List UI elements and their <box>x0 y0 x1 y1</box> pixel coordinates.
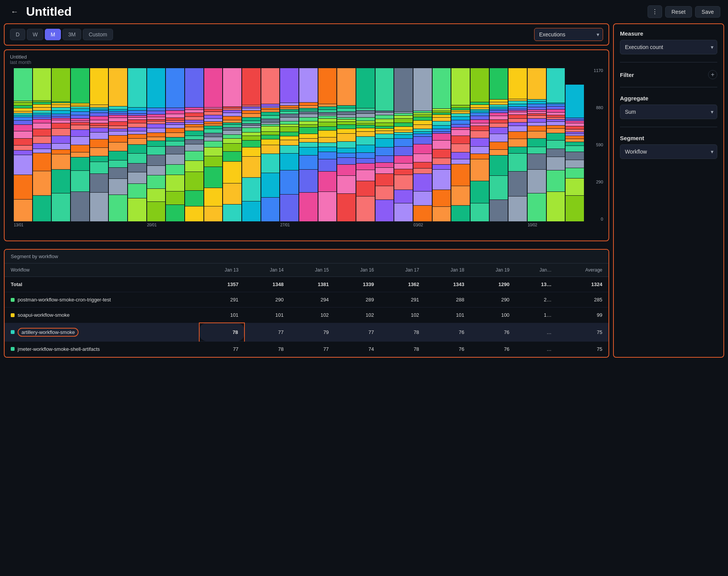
bar-column[interactable] <box>185 68 203 221</box>
bar-segment <box>33 108 51 110</box>
x-axis-label <box>242 223 261 227</box>
bar-segment <box>375 129 394 131</box>
bar-column[interactable] <box>33 68 51 221</box>
bar-column[interactable] <box>14 68 32 221</box>
bar-segment <box>451 112 470 113</box>
bar-segment <box>109 118 127 121</box>
bar-segment <box>490 109 508 110</box>
bar-column[interactable] <box>547 68 565 221</box>
bar-segment <box>375 115 394 119</box>
bar-column[interactable] <box>147 68 166 221</box>
table-row[interactable]: Total135713481381133913621343129013…1324 <box>5 277 608 292</box>
graph-sub2: last month <box>10 60 603 65</box>
row-value-cell: 290 <box>471 292 516 308</box>
bar-segment <box>185 144 203 151</box>
bar-segment <box>413 68 432 111</box>
bar-column[interactable] <box>413 68 432 221</box>
bar-segment <box>490 123 508 127</box>
row-value-cell: 291 <box>199 292 244 308</box>
bar-segment <box>280 154 298 170</box>
bar-segment <box>33 115 51 117</box>
bar-segment <box>547 119 565 122</box>
bar-column[interactable] <box>261 68 280 221</box>
segment-group: Segment Workflow <box>620 135 717 159</box>
add-filter-button[interactable]: + <box>708 70 717 79</box>
bar-column[interactable] <box>52 68 70 221</box>
bar-column[interactable] <box>528 68 546 221</box>
row-label-cell: Total <box>5 277 199 292</box>
save-button[interactable]: Save <box>695 6 720 18</box>
bar-segment <box>90 105 108 107</box>
bar-column[interactable] <box>71 68 89 221</box>
bar-column[interactable] <box>451 68 470 221</box>
bar-segment <box>375 68 394 111</box>
bar-column[interactable] <box>337 68 356 221</box>
table-row[interactable]: soapui-workflow-smoke1011011021021021011… <box>5 308 608 323</box>
aggregate-select[interactable]: Sum <box>620 105 717 119</box>
bar-column[interactable] <box>508 68 527 221</box>
bar-segment <box>413 113 432 115</box>
bar-column[interactable] <box>433 68 451 221</box>
bar-column[interactable] <box>280 68 298 221</box>
bar-column[interactable] <box>375 68 394 221</box>
period-w[interactable]: W <box>27 29 43 40</box>
bar-column[interactable] <box>128 68 146 221</box>
bar-column[interactable] <box>242 68 261 221</box>
color-indicator <box>11 347 15 351</box>
period-m[interactable]: M <box>45 29 61 40</box>
table-row[interactable]: artillery-workflow-smoke78777977787676…7… <box>5 323 608 341</box>
bar-segment <box>566 146 584 152</box>
bar-segment <box>128 198 146 221</box>
header-left: ← Untitled <box>8 5 72 19</box>
bar-segment <box>204 137 223 141</box>
back-button[interactable]: ← <box>8 6 21 18</box>
bar-segment <box>394 190 413 203</box>
analysis-select[interactable]: Executions <box>534 28 603 41</box>
table-row[interactable]: jmeter-workflow-smoke-shell-artifacts777… <box>5 341 608 357</box>
measure-select[interactable]: Execution count <box>620 40 717 54</box>
bar-column[interactable] <box>109 68 127 221</box>
row-value-cell: 75 <box>557 341 608 357</box>
period-selector: D W M 3M Custom <box>10 29 113 40</box>
bar-segment <box>52 68 70 101</box>
bar-segment <box>394 175 413 190</box>
bar-column[interactable] <box>566 68 584 221</box>
bar-column[interactable] <box>318 68 337 221</box>
bar-segment <box>147 133 166 137</box>
bar-segment <box>71 123 89 124</box>
bar-segment <box>337 125 356 129</box>
menu-button[interactable]: ⋮ <box>648 5 662 18</box>
bar-segment <box>490 128 508 134</box>
color-indicator <box>11 298 15 302</box>
bar-column[interactable] <box>299 68 318 221</box>
bar-column[interactable] <box>166 68 184 221</box>
bar-column[interactable] <box>90 68 108 221</box>
bar-segment <box>451 144 470 152</box>
bar-segment <box>261 108 280 109</box>
bar-column[interactable] <box>204 68 223 221</box>
reset-button[interactable]: Reset <box>665 6 692 18</box>
bar-segment <box>204 129 223 133</box>
table-row[interactable]: postman-workflow-smoke-cron-trigger-test… <box>5 292 608 308</box>
bar-column[interactable] <box>471 68 489 221</box>
bar-segment <box>14 146 32 150</box>
bar-column[interactable] <box>356 68 375 221</box>
period-custom[interactable]: Custom <box>83 29 113 40</box>
table-section: Segment by workflow Workflow Jan 13 Jan … <box>4 249 609 358</box>
bar-segment <box>14 113 32 115</box>
segment-select[interactable]: Workflow <box>620 144 717 159</box>
bar-column[interactable] <box>490 68 508 221</box>
bar-segment <box>71 157 89 170</box>
bar-segment <box>128 120 146 123</box>
row-value-cell: 1343 <box>425 277 471 292</box>
measure-label: Measure <box>620 30 717 37</box>
x-axis-label <box>109 223 127 227</box>
bar-column[interactable] <box>223 68 241 221</box>
period-3m[interactable]: 3M <box>62 29 81 40</box>
col-workflow: Workflow <box>5 263 199 277</box>
bar-column[interactable] <box>394 68 413 221</box>
y-axis-label: 290 <box>596 180 603 184</box>
bar-segment <box>147 166 166 175</box>
period-d[interactable]: D <box>10 29 25 40</box>
bar-segment <box>261 110 280 112</box>
